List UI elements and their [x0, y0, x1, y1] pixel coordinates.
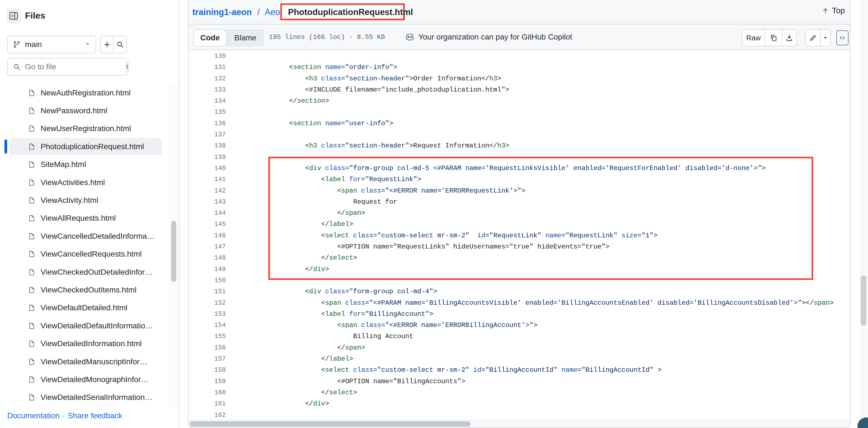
- line-number[interactable]: 143: [189, 197, 226, 208]
- line-number[interactable]: 149: [189, 264, 226, 275]
- code-hscrollbar-thumb[interactable]: [190, 421, 470, 427]
- file-item[interactable]: ViewDetailedDefaultInformatio…: [0, 317, 169, 335]
- line-number[interactable]: 152: [189, 297, 226, 309]
- collapse-sidebar-button[interactable]: [7, 8, 21, 23]
- search-tree-button[interactable]: [113, 36, 126, 53]
- line-number[interactable]: 139: [189, 152, 226, 163]
- line-number[interactable]: 144: [189, 208, 226, 219]
- symbols-panel-button[interactable]: [836, 30, 848, 45]
- line-number[interactable]: 133: [189, 84, 226, 95]
- line-number[interactable]: 153: [189, 309, 226, 320]
- documentation-link[interactable]: Documentation: [7, 411, 60, 420]
- code-line: 142 <span class="<#ERROR name='ERRORRequ…: [189, 186, 850, 197]
- file-item[interactable]: ViewDefaultDetailed.html: [0, 299, 169, 317]
- line-number[interactable]: 147: [189, 241, 226, 252]
- line-number[interactable]: 136: [189, 118, 226, 129]
- git-branch-icon: [13, 40, 21, 49]
- file-item[interactable]: ViewActivities.html: [0, 174, 169, 191]
- code-line: 162: [189, 410, 850, 420]
- code-line: 158 <select class="custom-select mr-sm-2…: [189, 365, 850, 376]
- line-number[interactable]: 131: [189, 62, 226, 73]
- line-number[interactable]: 156: [189, 342, 226, 353]
- line-number[interactable]: 137: [189, 129, 226, 140]
- file-item[interactable]: ViewDetailedInformation.html: [0, 335, 169, 352]
- line-number[interactable]: 158: [189, 365, 226, 376]
- line-number[interactable]: 159: [189, 376, 226, 387]
- line-number[interactable]: 154: [189, 320, 226, 331]
- download-button[interactable]: [782, 30, 796, 46]
- edit-options-dropdown[interactable]: [820, 30, 830, 46]
- line-number[interactable]: 132: [189, 73, 226, 84]
- code-hscrollbar-track[interactable]: [189, 420, 850, 427]
- code-line: 150: [189, 275, 850, 286]
- goto-file-input[interactable]: [25, 62, 126, 72]
- line-number[interactable]: 130: [189, 51, 226, 62]
- line-number[interactable]: 162: [189, 410, 226, 420]
- file-item[interactable]: ViewActivity.html: [0, 192, 169, 209]
- breadcrumb-filename: PhotoduplicationRequest.html: [288, 7, 413, 17]
- line-number[interactable]: 146: [189, 230, 226, 241]
- code-line: 149 </div>: [189, 264, 850, 275]
- code-line: 143 Request for: [189, 197, 850, 208]
- footer-separator: ·: [62, 411, 65, 420]
- code-line: 147 <#OPTION name="RequestLinks" hideUse…: [189, 241, 850, 252]
- sidebar-divider[interactable]: [179, 0, 180, 428]
- goto-file-search[interactable]: t: [7, 58, 127, 76]
- line-number[interactable]: 150: [189, 275, 226, 286]
- code-line: 152 <span class="<#PARAM name='BillingAc…: [189, 297, 850, 309]
- page-scrollbar-track[interactable]: [860, 0, 868, 428]
- edit-file-button[interactable]: [806, 30, 820, 46]
- file-item[interactable]: NewAuthRegistration.html: [0, 84, 169, 102]
- code-line: 146 <select class="custom-select mr-sm-2…: [189, 230, 850, 241]
- copilot-banner[interactable]: Your organization can pay for GitHub Cop…: [405, 25, 572, 50]
- line-number[interactable]: 161: [189, 398, 226, 409]
- code-line: 135: [189, 107, 850, 118]
- file-item[interactable]: PhotoduplicationRequest.html: [0, 138, 169, 155]
- file-icon: [28, 340, 35, 348]
- scroll-to-top-button[interactable]: Top: [822, 6, 845, 15]
- line-number[interactable]: 160: [189, 387, 226, 398]
- code-text: <section name="order-info">: [241, 62, 397, 73]
- breadcrumb-repo-link[interactable]: training1-aeon: [192, 7, 252, 17]
- tab-blame[interactable]: Blame: [226, 29, 264, 47]
- code-text: <div class="form-group col-md-5 <#PARAM …: [241, 163, 766, 174]
- line-number[interactable]: 157: [189, 353, 226, 365]
- branch-selector[interactable]: main: [7, 36, 96, 53]
- file-item[interactable]: ViewCancelledRequests.html: [0, 246, 169, 263]
- line-number[interactable]: 142: [189, 186, 226, 197]
- raw-button[interactable]: Raw: [742, 30, 765, 46]
- share-feedback-link[interactable]: Share feedback: [68, 411, 122, 420]
- file-item[interactable]: NewPassword.html: [0, 102, 169, 119]
- add-file-button[interactable]: [101, 36, 113, 53]
- sidebar-scrollbar-thumb[interactable]: [171, 221, 176, 282]
- line-number[interactable]: 141: [189, 174, 226, 185]
- line-number[interactable]: 135: [189, 107, 226, 118]
- line-number[interactable]: 138: [189, 140, 226, 151]
- tab-code[interactable]: Code: [193, 29, 226, 47]
- line-number[interactable]: 140: [189, 163, 226, 174]
- file-item[interactable]: ViewCheckedOutItems.html: [0, 281, 169, 298]
- file-item[interactable]: ViewDetailedSerialInformation…: [0, 389, 169, 406]
- page-scrollbar-thumb[interactable]: [861, 276, 866, 325]
- line-number[interactable]: 134: [189, 95, 226, 107]
- file-item[interactable]: ViewDetailedMonographInfor…: [0, 371, 169, 388]
- file-name: ViewCancelledRequests.html: [40, 250, 142, 259]
- code-line: 136 <section name="user-info">: [189, 118, 850, 129]
- line-number[interactable]: 145: [189, 219, 226, 230]
- file-item[interactable]: SiteMap.html: [0, 156, 169, 173]
- file-icon: [28, 160, 35, 169]
- file-name: SiteMap.html: [40, 160, 86, 169]
- line-number[interactable]: 148: [189, 252, 226, 263]
- code-text: </label>: [241, 219, 353, 230]
- file-item[interactable]: ViewCheckedOutDetailedInfor…: [0, 263, 169, 281]
- corner-floating-widget[interactable]: [858, 418, 868, 428]
- line-number[interactable]: 155: [189, 331, 226, 342]
- file-item[interactable]: ViewDetailedManuscriptInfor…: [0, 353, 169, 370]
- file-item[interactable]: ViewAllRequests.html: [0, 209, 169, 227]
- line-number[interactable]: 151: [189, 286, 226, 297]
- file-name: ViewAllRequests.html: [40, 214, 116, 223]
- file-item[interactable]: NewUserRegistration.html: [0, 120, 169, 138]
- code-line: 140 <div class="form-group col-md-5 <#PA…: [189, 163, 850, 174]
- file-item[interactable]: ViewCancelledDetailedInforma…: [0, 227, 169, 245]
- copy-raw-button[interactable]: [765, 30, 782, 46]
